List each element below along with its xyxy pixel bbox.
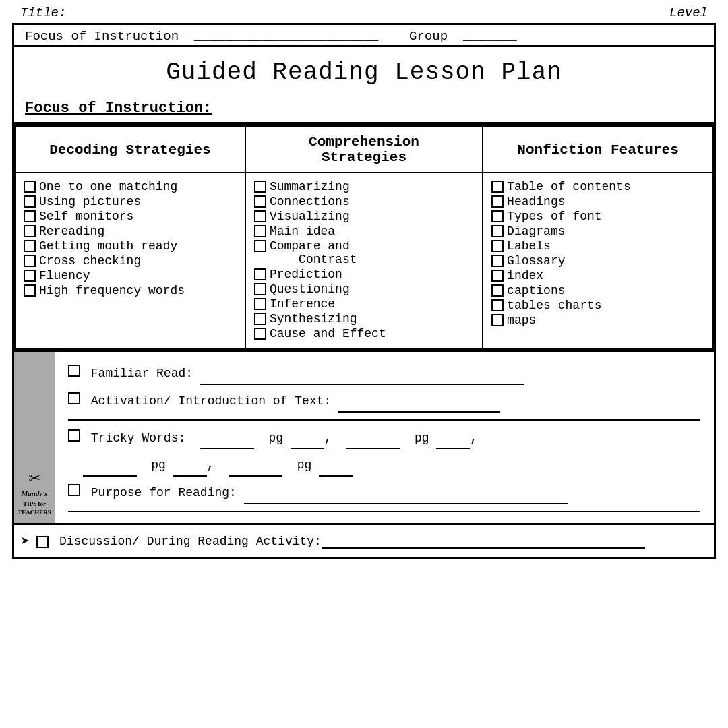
checkbox[interactable] [24, 284, 36, 297]
tricky-words-line-2: pg , pg [68, 456, 700, 477]
checkbox[interactable] [491, 181, 504, 193]
main-box: Focus of Instruction ___________________… [12, 23, 716, 124]
strategies-table: Decoding Strategies ComprehensionStrateg… [14, 126, 714, 350]
checkbox[interactable] [254, 298, 266, 310]
list-item: Labels [491, 239, 704, 253]
checkbox[interactable] [24, 270, 36, 282]
bottom-content: Familiar Read: Activation/ Introduction … [55, 352, 714, 523]
checkbox[interactable] [24, 225, 36, 237]
checkbox[interactable] [491, 299, 504, 311]
activation-line: Activation/ Introduction of Text: [68, 392, 700, 413]
activation-blank[interactable] [338, 392, 500, 413]
checkbox[interactable] [254, 313, 266, 325]
checkbox-familiar[interactable] [68, 365, 80, 377]
col2-header: ComprehensionStrategies [245, 127, 483, 173]
checkbox[interactable] [491, 195, 504, 208]
list-item: Compare and Contrast [254, 239, 474, 266]
pg-blank-4[interactable] [319, 456, 353, 477]
checkbox[interactable] [254, 195, 266, 208]
list-item: Summarizing [254, 180, 474, 193]
checkbox[interactable] [254, 225, 266, 237]
familiar-read-blank[interactable] [200, 364, 524, 385]
checkbox[interactable] [24, 195, 36, 208]
checkbox[interactable] [491, 255, 504, 267]
list-item: Prediction [254, 268, 474, 281]
checkbox-activation[interactable] [68, 392, 80, 404]
checkbox[interactable] [24, 210, 36, 222]
level-label: Level [669, 5, 708, 20]
list-item: maps [491, 313, 704, 327]
checkbox[interactable] [254, 283, 266, 295]
checkbox-tricky[interactable] [68, 429, 80, 442]
arrow-icon: ➤ [21, 533, 30, 551]
purpose-blank[interactable] [244, 483, 568, 504]
checkbox[interactable] [491, 225, 504, 237]
pg-blank-2[interactable] [436, 429, 470, 450]
list-item: Using pictures [24, 195, 237, 208]
bottom-sidebar: ✂ Mandy's TIPS for TEACHERS [14, 352, 55, 523]
checkbox[interactable] [491, 210, 504, 222]
list-item: Synthesizing [254, 312, 474, 326]
checkbox[interactable] [24, 240, 36, 252]
separator-2 [68, 511, 700, 512]
tricky-blank-1[interactable] [200, 429, 254, 450]
checkbox[interactable] [254, 181, 266, 193]
logo-subtitle: TIPS for TEACHERS [18, 500, 51, 516]
list-item: Questioning [254, 282, 474, 296]
tricky-words-line: Tricky Words: pg , pg , [68, 429, 700, 450]
list-item: Inference [254, 297, 474, 311]
table-section: Decoding Strategies ComprehensionStrateg… [12, 124, 716, 352]
list-item: Diagrams [491, 224, 704, 238]
checkbox[interactable] [491, 314, 504, 326]
decoding-list: One to one matching Using pictures Self … [24, 180, 237, 297]
list-item: Types of font [491, 210, 704, 223]
pg-blank-3[interactable] [173, 456, 207, 477]
list-item: Fluency [24, 269, 237, 282]
checkbox-purpose[interactable] [68, 484, 80, 496]
tricky-blank-4[interactable] [229, 456, 282, 477]
logo-area: ✂ Mandy's TIPS for TEACHERS [18, 466, 51, 516]
separator-1 [68, 419, 700, 421]
tricky-blank-2[interactable] [346, 429, 400, 450]
checkbox[interactable] [254, 210, 266, 222]
focus-label: Focus of Instruction [25, 29, 179, 44]
very-bottom: ➤ Discussion/ During Reading Activity: [12, 525, 716, 559]
list-item: Glossary [491, 254, 704, 268]
list-item: Cross checking [24, 254, 237, 268]
purpose-line: Purpose for Reading: [68, 483, 700, 504]
checkbox[interactable] [24, 181, 36, 193]
pg-blank-1[interactable] [291, 429, 324, 450]
decoding-col: One to one matching Using pictures Self … [15, 173, 245, 349]
list-item: Self monitors [24, 210, 237, 223]
checkbox[interactable] [491, 270, 504, 282]
activation-label: Activation/ Introduction of Text: [91, 394, 331, 408]
checkbox[interactable] [491, 240, 504, 252]
comprehension-col: Summarizing Connections Visualizing Main… [245, 173, 483, 349]
col3-header: Nonfiction Features [483, 127, 713, 173]
checkbox[interactable] [254, 268, 266, 280]
logo-name: Mandy's [21, 489, 47, 497]
checkbox[interactable] [254, 240, 266, 252]
familiar-read-label: Familiar Read: [91, 367, 193, 380]
checkbox[interactable] [24, 255, 36, 267]
title-label: Title: [20, 5, 66, 20]
checkbox-discussion[interactable] [36, 536, 49, 548]
familiar-read-line: Familiar Read: [68, 364, 700, 385]
list-item: High frequency words [24, 284, 237, 297]
group-label: Group [409, 29, 448, 44]
tricky-blank-3[interactable] [83, 456, 137, 477]
logo-text: Mandy's TIPS for TEACHERS [18, 489, 51, 516]
checkbox[interactable] [491, 284, 504, 297]
focus-instruction-top: Focus of Instruction ___________________… [14, 25, 714, 47]
list-item: tables charts [491, 299, 704, 312]
checkbox[interactable] [254, 328, 266, 340]
main-title: Guided Reading Lesson Plan [14, 47, 714, 96]
top-meta: Title: Level [0, 0, 728, 23]
list-item: Headings [491, 195, 704, 208]
list-item: Visualizing [254, 210, 474, 223]
list-item: Getting mouth ready [24, 239, 237, 253]
discussion-label: Discussion/ During Reading Activity: [59, 535, 322, 548]
discussion-blank[interactable] [322, 534, 645, 549]
bottom-area: ✂ Mandy's TIPS for TEACHERS Familiar Rea… [12, 352, 716, 525]
section-heading: Focus of Instruction: [14, 96, 714, 122]
